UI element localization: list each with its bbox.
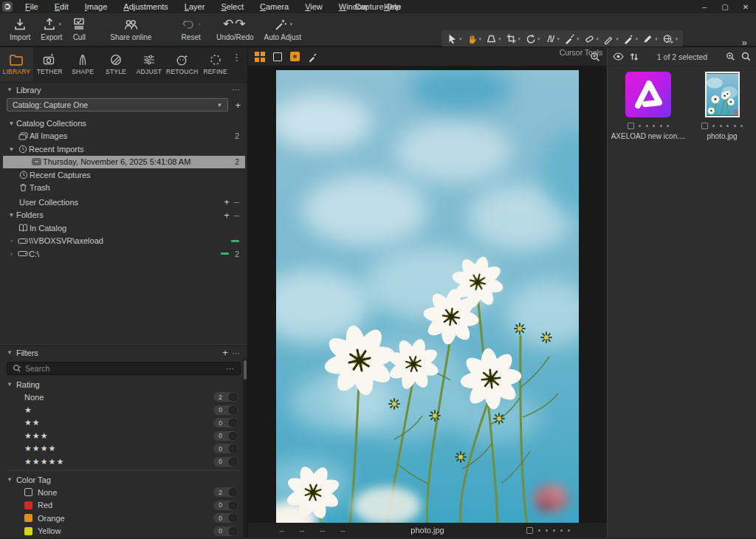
thumbnail-axeload[interactable]: AXELOAD new icon.... (615, 71, 681, 140)
auto-adjust-dropdown-caret[interactable]: ▾ (290, 21, 293, 27)
rotate-tool[interactable]: ▾ (523, 33, 543, 44)
filter-rating-4[interactable]: ★★★★ 0 (0, 442, 247, 456)
rating-dot[interactable] (553, 529, 555, 532)
tree-import-session-selected[interactable]: Thursday, November 6, 2025 5:41:08 AM 2 (3, 156, 245, 169)
multi-view-grid-icon[interactable] (255, 52, 265, 62)
rating-group-header[interactable]: ▼Rating (0, 378, 247, 391)
tree-in-catalog[interactable]: In Catalog (0, 222, 247, 235)
tab-style[interactable]: STYLE (100, 47, 133, 82)
filter-rating-5[interactable]: ★★★★★ 0 (0, 456, 247, 469)
rating-dot[interactable] (560, 529, 563, 532)
tabs-overflow-icon[interactable]: ⋮ (232, 47, 247, 82)
rating-dot[interactable] (538, 529, 540, 532)
cull-button[interactable]: Cull (67, 16, 91, 41)
rating-dot[interactable] (546, 529, 548, 532)
filter-rating-3[interactable]: ★★★ 0 (0, 430, 247, 443)
rating-dot[interactable] (568, 529, 570, 532)
tree-network-folder[interactable]: › \\VBOXSVR\axeload (0, 235, 247, 248)
export-button[interactable]: ▾ Export (35, 16, 67, 41)
tree-user-collections[interactable]: User Collections + – (0, 196, 247, 209)
rating-dot[interactable] (734, 125, 736, 127)
add-catalog-button[interactable]: + (235, 100, 241, 110)
loupe-plus-icon[interactable] (726, 52, 735, 61)
import-button[interactable]: Import (4, 16, 35, 41)
tab-library[interactable]: LIBRARY (0, 47, 33, 82)
pan-tool[interactable]: ▾ (464, 33, 484, 44)
filters-section-header[interactable]: ▼ Filters + ⋯ (0, 346, 247, 360)
filter-color-none[interactable]: None 2 (0, 486, 247, 499)
auto-adjust-button[interactable]: ▾ Auto Adjust (259, 16, 307, 41)
rating-dot[interactable] (740, 125, 743, 127)
filter-toggle[interactable]: 2 (213, 487, 238, 497)
share-online-button[interactable]: Share online (91, 16, 171, 41)
tree-catalog-collections[interactable]: ▼Catalog Collections (0, 117, 247, 130)
remove-folder-button[interactable]: – (234, 210, 239, 221)
search-input[interactable]: Search ⋯ (7, 362, 241, 375)
menu-edit[interactable]: Edit (47, 1, 77, 12)
reset-dropdown-caret[interactable]: ▾ (198, 21, 201, 27)
maximize-button[interactable]: ▢ (715, 3, 735, 11)
menu-file[interactable]: File (17, 1, 47, 12)
filter-toggle[interactable]: 0 (213, 444, 238, 453)
straighten-tool[interactable]: ▾ (543, 33, 563, 44)
tab-adjust[interactable]: ADJUST (132, 47, 165, 82)
menu-adjustments[interactable]: Adjustments (115, 1, 176, 12)
rating-dot[interactable] (667, 125, 669, 127)
heal-tool[interactable]: ▾ (582, 33, 602, 44)
crop-tool[interactable]: ▾ (504, 33, 523, 44)
proof-view-icon[interactable] (290, 52, 300, 61)
filter-toggle[interactable]: 0 (213, 418, 238, 428)
rating-dot[interactable] (712, 125, 715, 127)
filter-rating-2[interactable]: ★★ 0 (0, 416, 247, 430)
marker-tool[interactable]: ▾ (640, 33, 660, 44)
toolbar-expand-icon[interactable]: » (742, 37, 747, 48)
brush-icon[interactable] (308, 52, 318, 62)
close-button[interactable]: ✕ (735, 3, 756, 11)
minimize-button[interactable]: – (694, 3, 715, 11)
catalog-select[interactable]: Catalog: Capture One ▼ (7, 98, 228, 111)
rating-dot[interactable] (660, 125, 662, 127)
library-more-icon[interactable]: ⋯ (232, 85, 241, 95)
add-folder-button[interactable]: + (224, 210, 230, 221)
tree-trash[interactable]: Trash (0, 182, 247, 195)
filter-color-red[interactable]: Red 0 (0, 499, 247, 512)
rating-dot[interactable] (720, 125, 722, 127)
sphere-tool[interactable]: ▾ (660, 33, 681, 44)
search-icon[interactable] (741, 52, 751, 61)
rating-dot[interactable] (726, 125, 729, 127)
filter-toggle[interactable]: 0 (213, 405, 238, 415)
reset-button[interactable]: ▾ Reset (171, 16, 211, 41)
color-tag-group-header[interactable]: ▼Color Tag (0, 473, 247, 486)
filter-toggle[interactable]: 0 (213, 513, 238, 523)
spot-tool[interactable]: ▾ (562, 33, 582, 44)
menu-select[interactable]: Select (213, 1, 252, 12)
single-view-icon[interactable] (273, 52, 282, 61)
select-tool[interactable]: ▾ (444, 33, 464, 44)
rating-dot[interactable] (646, 125, 648, 127)
rating-dot[interactable] (653, 125, 655, 127)
filter-toggle[interactable]: 0 (213, 431, 238, 441)
viewer-canvas[interactable] (248, 66, 607, 523)
filter-color-orange[interactable]: Orange 0 (0, 512, 247, 525)
filter-rating-1[interactable]: ★ 0 (0, 404, 247, 417)
tab-refine[interactable]: REFINE (199, 47, 232, 82)
draw-mask-tool[interactable]: ▾ (621, 33, 641, 44)
filter-toggle[interactable]: 0 (213, 526, 238, 536)
library-section-header[interactable]: ▼ Library ⋯ (0, 83, 247, 97)
filter-toggle[interactable]: 0 (213, 501, 238, 510)
search-options-icon[interactable]: ⋯ (226, 364, 235, 374)
rating-dot[interactable] (639, 125, 641, 127)
tree-folders[interactable]: ▼ Folders + – (0, 209, 247, 222)
keystone-tool[interactable]: ▾ (484, 33, 504, 44)
remove-user-collection-button[interactable]: – (234, 196, 239, 207)
filter-color-yellow[interactable]: Yellow 0 (0, 525, 247, 538)
tab-tether[interactable]: TETHER (33, 47, 66, 82)
add-user-collection-button[interactable]: + (224, 196, 230, 207)
filters-more-icon[interactable]: ⋯ (232, 349, 241, 357)
tree-recent-captures[interactable]: Recent Captures (0, 168, 247, 182)
filter-rating-none[interactable]: None 2 (0, 391, 247, 404)
color-tag-checkbox[interactable] (701, 123, 708, 129)
filters-scrollbar[interactable] (243, 357, 247, 538)
filter-toggle[interactable]: 2 (213, 392, 238, 402)
erase-mask-tool[interactable]: ▾ (601, 33, 621, 44)
